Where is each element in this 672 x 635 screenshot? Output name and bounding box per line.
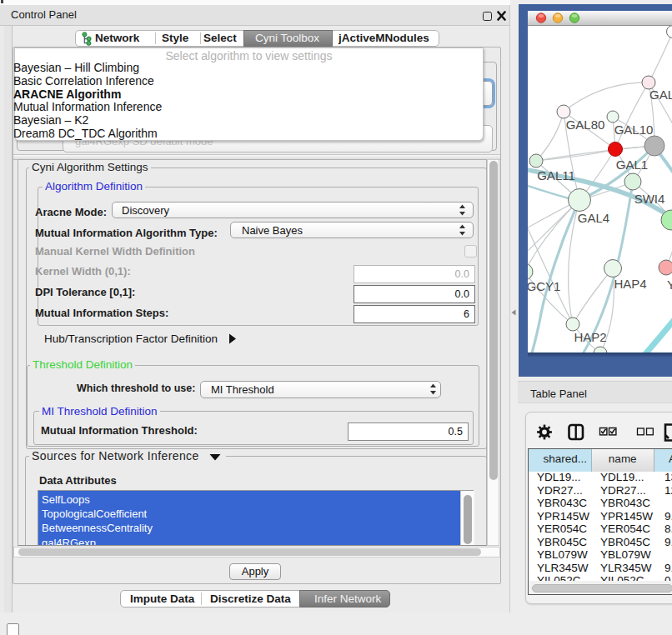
svg-text:HAP4: HAP4 [614,277,646,291]
svg-text:GAL10: GAL10 [614,122,654,137]
svg-text:GAL1: GAL1 [616,158,648,172]
svg-text:GAL4: GAL4 [578,211,609,225]
svg-text:GCY1: GCY1 [528,279,560,293]
svg-text:GAL7: GAL7 [649,88,672,102]
svg-text:SWI4: SWI4 [634,192,665,206]
svg-text:GAL11: GAL11 [537,168,575,182]
svg-text:HAP2: HAP2 [574,330,606,344]
svg-text:YP: YP [667,278,672,292]
svg-text:GAL80: GAL80 [566,118,605,132]
